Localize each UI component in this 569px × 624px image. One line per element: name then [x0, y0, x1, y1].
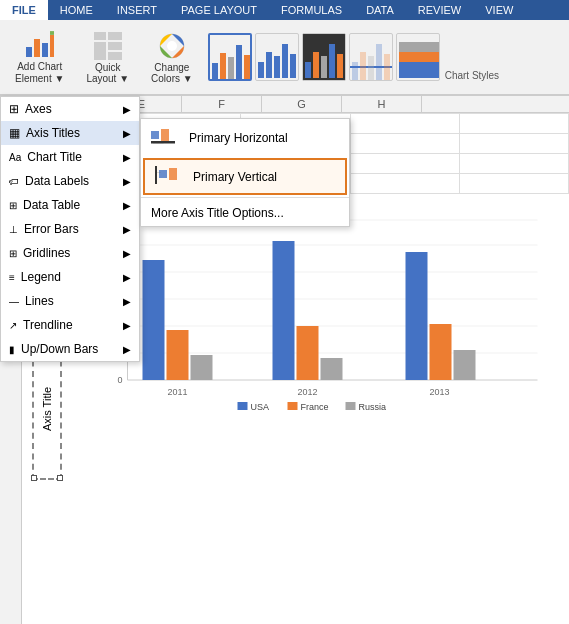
chart-style-3[interactable]	[302, 33, 346, 81]
chart-element-dropdown[interactable]: ⊞ Axes ▶ ▦ Axis Titles ▶ Aa Chart Title …	[0, 96, 140, 362]
svg-rect-34	[384, 54, 390, 80]
legend-icon: ≡	[9, 272, 15, 283]
axis-title-text: Axis Title	[41, 387, 53, 431]
review-tab[interactable]: REVIEW	[406, 0, 473, 20]
svg-rect-21	[282, 44, 288, 78]
trendline-arrow: ▶	[123, 320, 131, 331]
cell-h-empty[interactable]	[459, 114, 568, 134]
menu-item-lines-label: Lines	[25, 294, 54, 308]
menu-item-axis-titles-label: Axis Titles	[26, 126, 80, 140]
svg-rect-8	[94, 42, 106, 60]
svg-rect-58	[288, 402, 298, 410]
svg-rect-6	[94, 32, 106, 40]
chart-style-2[interactable]	[255, 33, 299, 81]
page-layout-tab[interactable]: PAGE LAYOUT	[169, 0, 269, 20]
axes-arrow: ▶	[123, 104, 131, 115]
resize-handle-bl[interactable]	[31, 475, 37, 481]
svg-rect-16	[236, 45, 242, 79]
axis-titles-icon: ▦	[9, 126, 20, 140]
data-tab[interactable]: DATA	[354, 0, 406, 20]
bar-2011-usa	[143, 260, 165, 380]
menu-item-gridlines-label: Gridlines	[23, 246, 70, 260]
change-colors-button[interactable]: ChangeColors ▼	[144, 25, 200, 89]
svg-rect-18	[258, 62, 264, 78]
quick-layout-icon	[92, 30, 124, 62]
svg-rect-20	[274, 56, 280, 78]
quick-layout-button[interactable]: QuickLayout ▼	[79, 25, 136, 89]
cell-e-empty[interactable]	[132, 114, 241, 134]
bar-2011-france	[167, 330, 189, 380]
add-chart-element-icon	[24, 29, 56, 61]
menu-item-data-labels[interactable]: 🏷 Data Labels ▶	[1, 169, 139, 193]
svg-rect-19	[266, 52, 272, 78]
svg-text:0: 0	[117, 375, 122, 385]
menu-item-axes[interactable]: ⊞ Axes ▶	[1, 97, 139, 121]
cell-e2[interactable]	[132, 134, 241, 154]
resize-handle-br[interactable]	[57, 475, 63, 481]
bar-2013-russia	[454, 350, 476, 380]
menu-item-trendline-label: Trendline	[23, 318, 73, 332]
col-header-g: G	[262, 96, 342, 112]
updown-bars-arrow: ▶	[123, 344, 131, 355]
cell-h2[interactable]	[459, 134, 568, 154]
data-table-arrow: ▶	[123, 200, 131, 211]
svg-rect-28	[337, 54, 343, 78]
svg-rect-22	[290, 54, 296, 78]
svg-text:France: France	[301, 402, 329, 410]
axes-icon: ⊞	[9, 102, 19, 116]
gridlines-icon: ⊞	[9, 248, 17, 259]
legend-arrow: ▶	[123, 272, 131, 283]
cell-g2[interactable]	[350, 134, 459, 154]
cell-213[interactable]: 213	[241, 154, 350, 174]
svg-text:2012: 2012	[297, 387, 317, 397]
insert-tab[interactable]: INSERT	[105, 0, 169, 20]
cell-g3[interactable]	[350, 154, 459, 174]
chart-style-5[interactable]	[396, 33, 440, 81]
data-table-icon: ⊞	[9, 200, 17, 211]
svg-text:2013: 2013	[429, 387, 449, 397]
chart-style-4[interactable]	[349, 33, 393, 81]
svg-rect-32	[368, 56, 374, 80]
add-chart-element-label: Add ChartElement ▼	[15, 61, 64, 85]
view-tab[interactable]: VIEW	[473, 0, 525, 20]
menu-item-data-table[interactable]: ⊞ Data Table ▶	[1, 193, 139, 217]
svg-rect-56	[238, 402, 248, 410]
svg-text:2011: 2011	[167, 387, 187, 397]
cell-f-empty[interactable]	[241, 114, 350, 134]
chart-style-1[interactable]	[208, 33, 252, 81]
menu-item-gridlines[interactable]: ⊞ Gridlines ▶	[1, 241, 139, 265]
svg-rect-60	[346, 402, 356, 410]
svg-point-12	[167, 41, 177, 51]
menu-item-lines[interactable]: — Lines ▶	[1, 289, 139, 313]
svg-rect-26	[321, 56, 327, 78]
menu-item-chart-title[interactable]: Aa Chart Title ▶	[1, 145, 139, 169]
menu-item-updown-bars[interactable]: ▮ Up/Down Bars ▶	[1, 337, 139, 361]
menu-item-trendline[interactable]: ↗ Trendline ▶	[1, 313, 139, 337]
cell-h3[interactable]	[459, 154, 568, 174]
cell-f2[interactable]	[241, 134, 350, 154]
change-colors-icon	[156, 30, 188, 62]
add-chart-element-button[interactable]: Add ChartElement ▼	[8, 24, 71, 90]
data-labels-icon: 🏷	[9, 176, 19, 187]
bar-2012-france	[297, 326, 319, 380]
axis-titles-arrow: ▶	[123, 128, 131, 139]
change-colors-label: ChangeColors ▼	[151, 62, 193, 84]
svg-rect-30	[352, 62, 358, 80]
bar-2012-russia	[321, 358, 343, 380]
chart-title-icon: Aa	[9, 152, 21, 163]
svg-rect-13	[212, 63, 218, 79]
updown-bars-icon: ▮	[9, 344, 15, 355]
svg-rect-9	[108, 42, 122, 50]
quick-layout-label: QuickLayout ▼	[86, 62, 129, 84]
menu-item-legend[interactable]: ≡ Legend ▶	[1, 265, 139, 289]
chart-title-arrow: ▶	[123, 152, 131, 163]
cell-g-empty[interactable]	[350, 114, 459, 134]
cell-187[interactable]: 187	[132, 154, 241, 174]
file-tab[interactable]: FILE	[0, 0, 48, 20]
menu-item-error-bars[interactable]: ⊥ Error Bars ▶	[1, 217, 139, 241]
home-tab[interactable]: HOME	[48, 0, 105, 20]
bar-2011-russia	[191, 355, 213, 380]
formulas-tab[interactable]: FORMULAS	[269, 0, 354, 20]
menu-item-axis-titles[interactable]: ▦ Axis Titles ▶	[1, 121, 139, 145]
svg-rect-10	[108, 52, 122, 60]
